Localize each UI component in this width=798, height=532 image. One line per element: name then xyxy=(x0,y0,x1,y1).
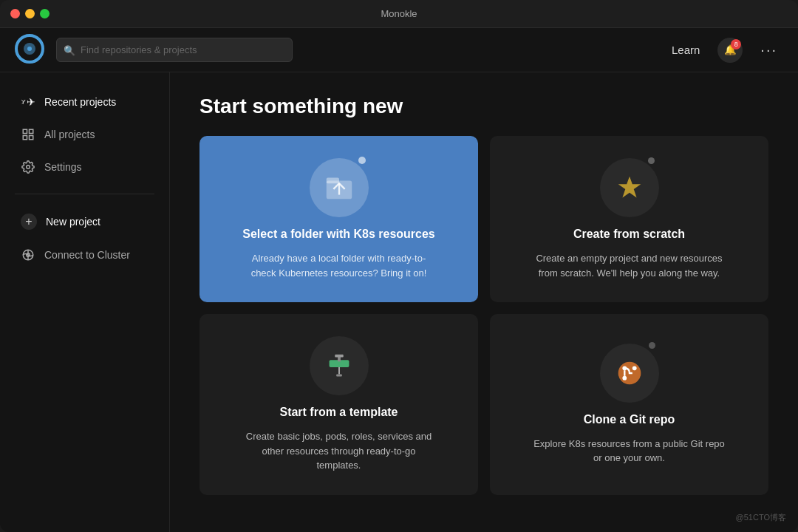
header-right: Learn 🔔 8 ··· xyxy=(666,38,783,63)
sidebar-label-recent: Recent projects xyxy=(44,96,116,108)
notification-button[interactable]: 🔔 8 xyxy=(717,38,743,63)
window-controls[interactable] xyxy=(10,9,50,18)
compass-icon: ✈ xyxy=(21,95,35,109)
card-title-folder: Select a folder with K8s resources xyxy=(242,228,435,241)
card-desc-template: Create basic jobs, pods, roles, services… xyxy=(243,429,435,473)
sidebar-item-all-projects[interactable]: All projects xyxy=(6,120,163,149)
settings-icon xyxy=(21,160,35,174)
svg-rect-4 xyxy=(23,129,27,133)
sidebar-item-new-project[interactable]: + New project xyxy=(6,206,163,237)
svg-rect-19 xyxy=(338,367,340,375)
search-wrapper: 🔍 xyxy=(56,38,293,62)
cluster-icon xyxy=(21,248,35,262)
more-button[interactable]: ··· xyxy=(754,38,783,61)
maximize-button[interactable] xyxy=(40,9,50,18)
folder-icon xyxy=(310,158,369,217)
cards-grid: Select a folder with K8s resources Alrea… xyxy=(200,136,768,495)
card-title-template: Start from a template xyxy=(279,406,398,419)
svg-rect-13 xyxy=(326,178,338,184)
search-input[interactable] xyxy=(56,38,293,62)
svg-point-8 xyxy=(27,166,30,169)
star-icon xyxy=(600,158,659,217)
svg-rect-7 xyxy=(30,136,33,140)
svg-rect-18 xyxy=(335,355,344,358)
main-layout: ✈ Recent projects All projects Settings xyxy=(0,72,798,532)
paint-roller-icon xyxy=(310,336,369,395)
search-icon: 🔍 xyxy=(64,44,75,55)
card-desc-git: Explore K8s resources from a public Git … xyxy=(533,437,726,466)
grid-icon xyxy=(21,127,35,142)
svg-rect-20 xyxy=(336,375,342,377)
card-start-template[interactable]: Start from a template Create basic jobs,… xyxy=(200,314,478,495)
sidebar-item-connect-cluster[interactable]: Connect to Cluster xyxy=(6,240,163,270)
card-desc-folder: Already have a local folder with ready-t… xyxy=(243,251,435,280)
card-desc-scratch: Create an empty project and new resource… xyxy=(533,251,726,280)
app-logo xyxy=(15,34,44,66)
watermark: @51CTO博客 xyxy=(736,512,786,523)
card-clone-git[interactable]: Clone a Git repo Explore K8s resources f… xyxy=(490,314,768,495)
card-title-git: Clone a Git repo xyxy=(584,413,675,426)
minimize-button[interactable] xyxy=(25,9,35,18)
sidebar-item-settings[interactable]: Settings xyxy=(6,152,163,182)
svg-rect-6 xyxy=(23,136,27,140)
git-icon xyxy=(600,344,659,403)
svg-point-23 xyxy=(632,366,636,370)
svg-point-24 xyxy=(622,376,627,381)
notification-badge: 8 xyxy=(731,39,741,50)
card-create-scratch[interactable]: Create from scratch Create an empty proj… xyxy=(490,136,768,302)
titlebar: Monokle xyxy=(0,0,798,28)
svg-point-2 xyxy=(27,47,32,51)
page-title: Start something new xyxy=(200,95,768,118)
header: 🔍 Learn 🔔 8 ··· xyxy=(0,28,798,72)
card-title-scratch: Create from scratch xyxy=(573,228,685,241)
card-select-folder[interactable]: Select a folder with K8s resources Alrea… xyxy=(200,136,478,302)
learn-button[interactable]: Learn xyxy=(666,41,706,59)
close-button[interactable] xyxy=(10,9,20,18)
sidebar-item-recent-projects[interactable]: ✈ Recent projects xyxy=(6,87,163,117)
sidebar-label-all: All projects xyxy=(44,129,95,140)
sidebar-label-connect: Connect to Cluster xyxy=(44,249,130,261)
window-title: Monokle xyxy=(381,8,417,19)
sidebar-divider xyxy=(15,194,154,194)
plus-icon: + xyxy=(21,214,37,230)
sidebar-label-settings: Settings xyxy=(44,161,82,173)
content-area: Start something new Select a folder with… xyxy=(170,72,798,532)
sidebar: ✈ Recent projects All projects Settings xyxy=(0,72,170,532)
svg-rect-5 xyxy=(30,129,33,133)
svg-marker-15 xyxy=(618,177,641,198)
sidebar-label-new-project: New project xyxy=(46,216,100,228)
